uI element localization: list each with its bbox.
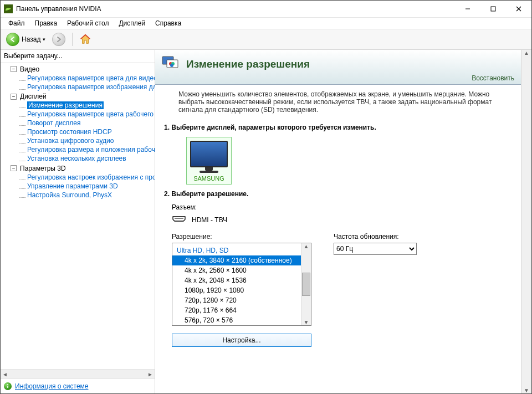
page-header: Изменение разрешения Восстановить [155,50,521,85]
menu-display[interactable]: Дисплей [114,18,150,28]
connector-value: HDMI - ТВЧ [192,216,227,224]
scroll-up-icon[interactable]: ▲ [524,50,529,56]
scroll-thumb[interactable] [302,273,310,296]
page-header-icon [161,53,181,75]
resolution-group: Ultra HD, HD, SD [172,245,301,255]
resolution-listbox[interactable]: Ultra HD, HD, SD 4k x 2k, 3840 × 2160 (с… [172,243,311,326]
menu-help[interactable]: Справка [151,18,186,28]
resolution-option[interactable]: 1080p, 1920 × 1080 [172,285,301,295]
tree-toggle-icon[interactable]: − [11,66,17,72]
resolution-label: Разрешение: [172,233,311,241]
connector-label: Разъем: [172,203,512,211]
tree-item-3d-image[interactable]: Регулировка настроек изображения с просм… [27,173,155,181]
toolbar-separator [72,33,73,46]
window-controls [455,1,531,17]
step1-title: 1. Выберите дисплей, параметры которого … [164,124,512,131]
sidebar: Выберите задачу... −Видео Регулировка па… [1,50,155,393]
step2-title: 2. Выберите разрешение. [164,190,512,198]
main-content: Изменение разрешения Восстановить Можно … [155,50,521,393]
svg-rect-2 [491,7,495,11]
forward-arrow-icon [52,33,65,46]
menu-edit[interactable]: Правка [30,18,62,28]
tree-cat-3d[interactable]: Параметры 3D [20,164,66,173]
close-button[interactable] [506,1,531,17]
connector-row: HDMI - ТВЧ [164,213,512,229]
tree-toggle-icon[interactable]: − [11,94,17,100]
app-window: Панель управления NVIDIA Файл Правка Раб… [0,0,532,394]
toolbar: Назад ▾ [1,29,531,50]
tree-item-video-color[interactable]: Регулировка параметров цвета для видео [27,74,155,82]
resolution-option[interactable]: 4k x 2k, 3840 × 2160 (собственное) [172,255,301,265]
scroll-right-icon[interactable]: ► [146,371,155,377]
forward-button[interactable] [50,32,68,47]
tree-item-desktop-color[interactable]: Регулировка параметров цвета рабочего ст… [27,110,155,118]
svg-point-5 [7,384,8,385]
tree-item-manage-3d[interactable]: Управление параметрами 3D [27,182,118,190]
tree-item-size-pos[interactable]: Регулировка размера и положения рабочего… [27,146,155,153]
main: Изменение разрешения Восстановить Можно … [155,50,531,393]
menu-desktop[interactable]: Рабочий стол [63,18,113,28]
tree-item-video-image[interactable]: Регулировка параметров изображения для в… [27,83,155,91]
display-tile-samsung[interactable]: SAMSUNG [186,137,232,185]
main-v-scrollbar[interactable]: ▲ ▼ [521,50,531,393]
back-dropdown-icon: ▾ [43,37,45,42]
sidebar-h-scrollbar[interactable]: ◄ ► [1,369,155,378]
back-button[interactable]: Назад ▾ [4,32,48,47]
hdmi-icon [172,216,186,224]
back-label: Назад [22,35,40,43]
titlebar: Панель управления NVIDIA [1,1,531,18]
tree-item-multi-display[interactable]: Установка нескольких дисплеев [27,155,126,162]
customize-button[interactable]: Настройка... [172,334,311,347]
info-icon [4,382,12,390]
page-description: Можно уменьшить количество элементов, от… [155,85,521,118]
listbox-scrollbar[interactable]: ▲ ▼ [301,243,311,325]
resolution-option[interactable]: 720p, 1280 × 720 [172,295,301,305]
window-title: Панель управления NVIDIA [16,5,455,13]
section-select-resolution: 2. Выберите разрешение. Разъем: HDMI - Т… [155,185,521,351]
svg-point-11 [170,64,173,67]
home-button[interactable] [77,32,94,47]
section-select-display: 1. Выберите дисплей, параметры которого … [155,118,521,185]
display-name: SAMSUNG [190,175,228,182]
scroll-down-icon[interactable]: ▼ [524,387,529,393]
minimize-button[interactable] [455,1,480,17]
page-title: Изменение разрешения [186,58,310,70]
tree-item-surround[interactable]: Настройка Surround, PhysX [27,191,112,199]
menu-file[interactable]: Файл [4,18,29,28]
system-info-link[interactable]: Информация о системе [15,382,88,390]
refresh-label: Частота обновления: [334,233,417,241]
tree-item-digital-audio[interactable]: Установка цифрового аудио [27,137,114,145]
sidebar-footer: Информация о системе [1,378,155,393]
body: Выберите задачу... −Видео Регулировка па… [1,50,531,393]
restore-link[interactable]: Восстановить [472,74,514,82]
scroll-up-icon[interactable]: ▲ [304,243,309,249]
sidebar-prompt: Выберите задачу... [1,50,155,63]
scroll-left-icon[interactable]: ◄ [1,371,9,377]
resolution-option[interactable]: 720p, 1176 × 664 [172,305,301,315]
resolution-option[interactable]: 4k x 2k, 2560 × 1600 [172,265,301,275]
back-arrow-icon [6,33,19,46]
monitor-icon [190,141,228,167]
tree-toggle-icon[interactable]: − [11,165,17,171]
tree-cat-display[interactable]: Дисплей [20,92,47,101]
resolution-option[interactable]: 4k x 2k, 2048 × 1536 [172,275,301,285]
svg-rect-6 [7,386,8,388]
tree-item-hdcp[interactable]: Просмотр состояния HDCP [27,128,112,136]
task-tree[interactable]: −Видео Регулировка параметров цвета для … [1,63,155,369]
scroll-down-icon[interactable]: ▼ [304,319,309,325]
maximize-button[interactable] [480,1,506,17]
resolution-option[interactable]: 576p, 720 × 576 [172,315,301,325]
tree-item-rotate[interactable]: Поворот дисплея [27,119,81,127]
nvidia-icon [4,4,13,13]
tree-cat-video[interactable]: Видео [20,65,39,74]
tree-item-change-resolution[interactable]: Изменение разрешения [27,101,104,109]
refresh-rate-select[interactable]: 60 Гц [334,243,417,255]
menubar: Файл Правка Рабочий стол Дисплей Справка [1,18,531,29]
